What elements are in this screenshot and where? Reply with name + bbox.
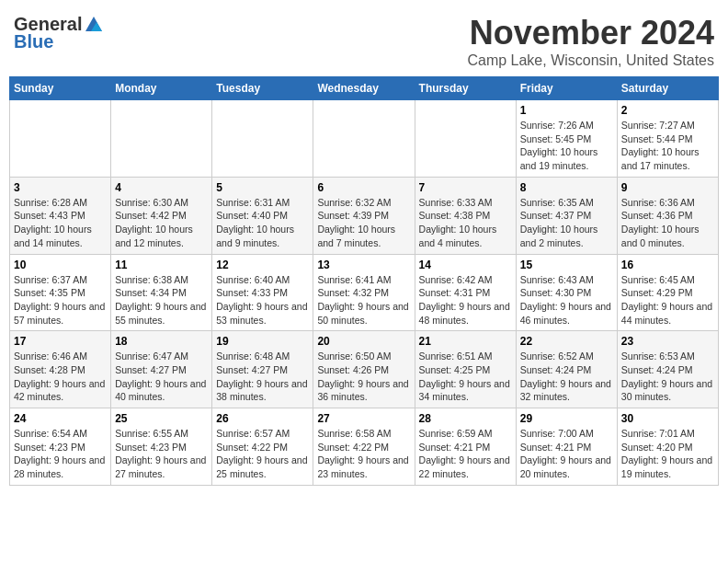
week-row-5: 24Sunrise: 6:54 AMSunset: 4:23 PMDayligh… [10,408,719,486]
day-info: Sunrise: 6:43 AMSunset: 4:30 PMDaylight:… [520,273,613,327]
calendar-cell: 7Sunrise: 6:33 AMSunset: 4:38 PMDaylight… [415,177,516,254]
day-number: 19 [216,335,309,348]
day-info: Sunrise: 7:27 AMSunset: 5:44 PMDaylight:… [621,119,714,173]
calendar-cell: 10Sunrise: 6:37 AMSunset: 4:35 PMDayligh… [10,254,111,331]
page-header: General Blue November 2024 Camp Lake, Wi… [9,9,719,69]
calendar-cell: 13Sunrise: 6:41 AMSunset: 4:32 PMDayligh… [313,254,415,331]
title-block: November 2024 Camp Lake, Wisconsin, Unit… [467,14,714,69]
day-info: Sunrise: 6:47 AMSunset: 4:27 PMDaylight:… [115,350,208,404]
day-number: 27 [317,412,410,425]
day-number: 8 [520,181,613,194]
day-number: 25 [115,412,208,425]
logo-blue-text: Blue [14,31,53,52]
day-info: Sunrise: 6:35 AMSunset: 4:37 PMDaylight:… [520,196,613,250]
day-number: 12 [216,259,309,271]
weekday-header-monday: Monday [111,77,212,100]
day-info: Sunrise: 6:36 AMSunset: 4:36 PMDaylight:… [621,196,714,250]
day-info: Sunrise: 7:26 AMSunset: 5:45 PMDaylight:… [520,119,613,173]
day-info: Sunrise: 6:37 AMSunset: 4:35 PMDaylight:… [14,273,107,327]
day-number: 17 [14,335,107,348]
day-number: 5 [216,181,309,194]
week-row-2: 3Sunrise: 6:28 AMSunset: 4:43 PMDaylight… [10,177,719,254]
day-info: Sunrise: 6:45 AMSunset: 4:29 PMDaylight:… [621,273,714,327]
day-number: 13 [317,259,410,271]
day-info: Sunrise: 6:42 AMSunset: 4:31 PMDaylight:… [419,273,512,327]
calendar-cell: 11Sunrise: 6:38 AMSunset: 4:34 PMDayligh… [111,254,212,331]
calendar-cell: 20Sunrise: 6:50 AMSunset: 4:26 PMDayligh… [313,331,415,408]
day-info: Sunrise: 6:55 AMSunset: 4:23 PMDaylight:… [115,427,208,481]
calendar-cell: 3Sunrise: 6:28 AMSunset: 4:43 PMDaylight… [10,177,111,254]
calendar-cell [415,100,516,178]
week-row-4: 17Sunrise: 6:46 AMSunset: 4:28 PMDayligh… [10,331,719,408]
day-number: 30 [621,412,714,425]
calendar-cell [212,100,313,178]
day-number: 29 [520,412,613,425]
day-info: Sunrise: 6:28 AMSunset: 4:43 PMDaylight:… [14,196,107,250]
day-number: 2 [621,104,714,117]
day-number: 18 [115,335,208,348]
calendar-cell: 21Sunrise: 6:51 AMSunset: 4:25 PMDayligh… [415,331,516,408]
day-info: Sunrise: 6:54 AMSunset: 4:23 PMDaylight:… [14,427,107,481]
calendar-body: 1Sunrise: 7:26 AMSunset: 5:45 PMDaylight… [10,100,719,486]
weekday-header-wednesday: Wednesday [313,77,415,100]
weekday-header-friday: Friday [516,77,617,100]
calendar-cell [10,100,111,178]
day-info: Sunrise: 6:48 AMSunset: 4:27 PMDaylight:… [216,350,309,404]
day-number: 16 [621,259,714,271]
calendar-cell: 30Sunrise: 7:01 AMSunset: 4:20 PMDayligh… [617,408,718,486]
calendar-cell: 25Sunrise: 6:55 AMSunset: 4:23 PMDayligh… [111,408,212,486]
calendar-cell: 24Sunrise: 6:54 AMSunset: 4:23 PMDayligh… [10,408,111,486]
day-number: 28 [419,412,512,425]
day-number: 24 [14,412,107,425]
weekday-header-row: SundayMondayTuesdayWednesdayThursdayFrid… [10,77,719,100]
day-info: Sunrise: 6:58 AMSunset: 4:22 PMDaylight:… [317,427,410,481]
day-info: Sunrise: 6:40 AMSunset: 4:33 PMDaylight:… [216,273,309,327]
logo-icon [84,15,104,35]
calendar-cell: 4Sunrise: 6:30 AMSunset: 4:42 PMDaylight… [111,177,212,254]
day-info: Sunrise: 6:41 AMSunset: 4:32 PMDaylight:… [317,273,410,327]
weekday-header-saturday: Saturday [617,77,718,100]
month-title: November 2024 [467,14,714,52]
weekday-header-thursday: Thursday [415,77,516,100]
day-number: 21 [419,335,512,348]
day-info: Sunrise: 6:33 AMSunset: 4:38 PMDaylight:… [419,196,512,250]
calendar-cell: 23Sunrise: 6:53 AMSunset: 4:24 PMDayligh… [617,331,718,408]
day-number: 23 [621,335,714,348]
calendar-cell: 9Sunrise: 6:36 AMSunset: 4:36 PMDaylight… [617,177,718,254]
logo: General Blue [14,14,104,52]
calendar-cell: 26Sunrise: 6:57 AMSunset: 4:22 PMDayligh… [212,408,313,486]
calendar-cell: 17Sunrise: 6:46 AMSunset: 4:28 PMDayligh… [10,331,111,408]
day-info: Sunrise: 6:30 AMSunset: 4:42 PMDaylight:… [115,196,208,250]
day-number: 7 [419,181,512,194]
day-number: 6 [317,181,410,194]
calendar-cell [313,100,415,178]
day-info: Sunrise: 6:52 AMSunset: 4:24 PMDaylight:… [520,350,613,404]
day-number: 1 [520,104,613,117]
day-number: 10 [14,259,107,271]
calendar-cell: 12Sunrise: 6:40 AMSunset: 4:33 PMDayligh… [212,254,313,331]
calendar-table: SundayMondayTuesdayWednesdayThursdayFrid… [9,76,719,486]
day-number: 22 [520,335,613,348]
day-info: Sunrise: 7:01 AMSunset: 4:20 PMDaylight:… [621,427,714,481]
calendar-cell: 6Sunrise: 6:32 AMSunset: 4:39 PMDaylight… [313,177,415,254]
day-info: Sunrise: 6:57 AMSunset: 4:22 PMDaylight:… [216,427,309,481]
calendar-cell: 2Sunrise: 7:27 AMSunset: 5:44 PMDaylight… [617,100,718,178]
day-info: Sunrise: 6:51 AMSunset: 4:25 PMDaylight:… [419,350,512,404]
calendar-cell [111,100,212,178]
day-info: Sunrise: 6:50 AMSunset: 4:26 PMDaylight:… [317,350,410,404]
day-number: 3 [14,181,107,194]
day-number: 14 [419,259,512,271]
calendar-cell: 22Sunrise: 6:52 AMSunset: 4:24 PMDayligh… [516,331,617,408]
day-info: Sunrise: 7:00 AMSunset: 4:21 PMDaylight:… [520,427,613,481]
day-number: 11 [115,259,208,271]
day-info: Sunrise: 6:46 AMSunset: 4:28 PMDaylight:… [14,350,107,404]
day-info: Sunrise: 6:32 AMSunset: 4:39 PMDaylight:… [317,196,410,250]
weekday-header-sunday: Sunday [10,77,111,100]
day-number: 26 [216,412,309,425]
day-info: Sunrise: 6:59 AMSunset: 4:21 PMDaylight:… [419,427,512,481]
location: Camp Lake, Wisconsin, United States [467,52,714,69]
weekday-header-tuesday: Tuesday [212,77,313,100]
calendar-cell: 1Sunrise: 7:26 AMSunset: 5:45 PMDaylight… [516,100,617,178]
day-info: Sunrise: 6:31 AMSunset: 4:40 PMDaylight:… [216,196,309,250]
calendar-cell: 8Sunrise: 6:35 AMSunset: 4:37 PMDaylight… [516,177,617,254]
